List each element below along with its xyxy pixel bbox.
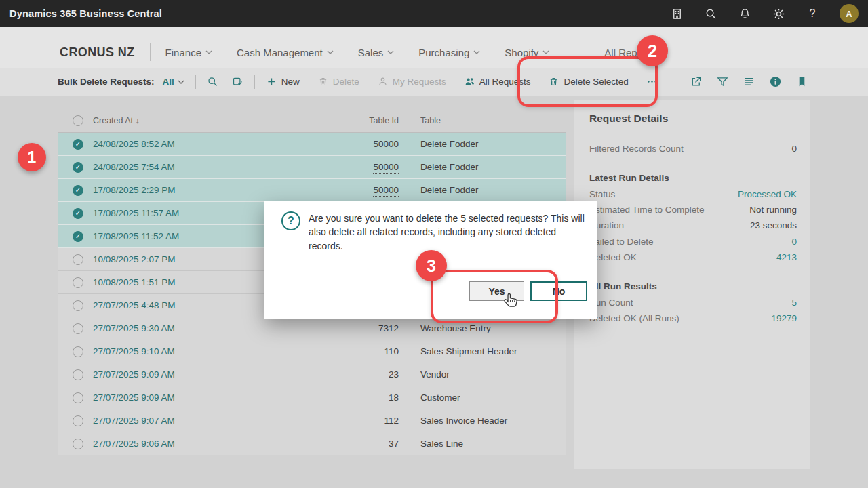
info-icon[interactable] [768,75,782,89]
table-id-cell[interactable]: 50000 [317,162,399,172]
question-icon: ? [281,211,300,230]
row-checkbox[interactable] [73,277,83,288]
field-label: Deleted OK (All Runs) [589,313,679,323]
table-name-cell: Delete Fodder [399,139,566,149]
table-name-cell: Customer [399,392,566,403]
table-row[interactable]: 27/07/2025 9:07 AM112Sales Invoice Heade… [58,409,566,432]
chevron-down-icon [178,80,184,84]
factbox-sections: Filtered Records Count0Latest Run Detail… [589,141,797,326]
column-table-id[interactable]: Table Id [317,116,399,125]
my-requests-button[interactable]: My Requests [377,76,446,87]
field-value[interactable]: 5 [791,298,797,308]
table-row[interactable]: 27/07/2025 9:09 AM23Vendor [58,363,566,386]
row-checkbox[interactable] [73,439,83,449]
table-id-cell[interactable]: 7312 [317,323,399,333]
row-checkbox[interactable] [73,346,83,357]
row-checkbox[interactable] [73,323,83,334]
nav-item-sales[interactable]: Sales [358,47,395,58]
list-view-icon[interactable] [742,75,755,89]
table-id-cell[interactable]: 110 [317,346,399,357]
company-name[interactable]: CRONUS NZ [60,45,135,60]
created-at-cell[interactable]: 24/08/2025 7:54 AM [93,162,317,172]
field-label: Filtered Records Count [589,144,684,154]
filter-icon[interactable] [715,75,729,89]
analyze-icon[interactable] [232,76,243,87]
table-row[interactable]: 27/07/2025 9:10 AM110Sales Shipment Head… [58,340,566,363]
row-checkbox[interactable]: ✓ [73,162,83,173]
table-id-cell[interactable]: 112 [317,415,399,426]
created-at-cell[interactable]: 27/07/2025 9:07 AM [93,415,317,426]
table-row[interactable]: ✓17/08/2025 2:29 PM50000Delete Fodder [58,179,566,202]
factbox-field: Deleted OK (All Runs)19279 [589,310,797,326]
nav-item-purchasing[interactable]: Purchasing [418,47,480,58]
row-checkbox[interactable] [73,300,83,311]
annotation-step-3: 3 [416,250,447,281]
created-at-cell[interactable]: 27/07/2025 9:10 AM [93,346,317,357]
action-bar: Bulk Delete Requests: All New Delete My … [0,68,868,96]
table-id-cell[interactable]: 23 [317,369,399,380]
factbox-field: Duration23 seconds [589,218,797,233]
created-at-cell[interactable]: 27/07/2025 9:30 AM [93,323,317,333]
bookmark-icon[interactable] [795,75,808,89]
table-id-cell[interactable]: 37 [317,439,399,449]
share-icon[interactable] [689,75,703,89]
view-filter-dropdown[interactable]: All [163,77,184,87]
field-value[interactable]: Processed OK [738,189,797,199]
table-row[interactable]: ✓24/08/2025 8:52 AM50000Delete Fodder [58,133,566,156]
settings-icon[interactable] [772,7,785,20]
row-checkbox[interactable]: ✓ [73,231,83,242]
nav-item-cash-management[interactable]: Cash Management [237,47,334,58]
row-checkbox[interactable]: ✓ [73,185,83,196]
table-name-cell: Sales Line [399,439,566,449]
divider [694,43,694,61]
row-checkbox[interactable]: ✓ [73,139,83,150]
table-id-cell[interactable]: 50000 [317,185,399,195]
table-id-cell[interactable]: 50000 [317,139,399,149]
page-title: Bulk Delete Requests: [58,77,155,87]
factbox-section-title: All Run Results [589,279,797,294]
table-id-cell[interactable]: 18 [317,392,399,403]
table-name-cell: Warehouse Entry [399,323,566,333]
created-at-cell[interactable]: 27/07/2025 9:09 AM [93,369,317,380]
search-list-icon[interactable] [207,76,218,87]
field-value[interactable]: 0 [791,237,797,247]
created-at-cell[interactable]: 17/08/2025 2:29 PM [93,185,317,195]
nav-item-finance[interactable]: Finance [165,47,212,58]
row-checkbox[interactable] [73,254,83,265]
row-checkbox[interactable] [73,369,83,380]
divider [254,75,255,89]
table-row[interactable]: 27/07/2025 9:06 AM37Sales Line [58,432,566,455]
annotation-box-delete-selected [517,56,658,107]
avatar[interactable]: A [840,4,859,23]
created-at-cell[interactable]: 24/08/2025 8:52 AM [93,139,317,149]
field-label: Estimated Time to Complete [589,205,705,215]
annotation-step-1: 1 [18,143,46,171]
new-button[interactable]: New [266,76,300,87]
field-value: 23 seconds [750,220,797,230]
field-value[interactable]: 19279 [771,313,797,323]
table-header-row: Created At ↓ Table Id Table [58,108,566,133]
delete-button[interactable]: Delete [317,76,359,87]
divider [195,75,196,89]
column-table[interactable]: Table [399,116,566,125]
factbox-field: Run Count5 [589,294,797,310]
company-switcher-icon[interactable] [670,7,684,20]
help-icon[interactable]: ? [806,7,819,20]
request-details-factbox: Request Details Filtered Records Count0L… [574,100,810,469]
table-row[interactable]: ✓24/08/2025 7:54 AM50000Delete Fodder [58,156,566,179]
column-created-at[interactable]: Created At ↓ [93,116,317,125]
select-all-checkbox[interactable] [73,115,83,126]
created-at-cell[interactable]: 27/07/2025 9:09 AM [93,392,317,403]
row-checkbox[interactable]: ✓ [73,208,83,219]
table-row[interactable]: 27/07/2025 9:09 AM18Customer [58,386,566,409]
chevron-down-icon [387,50,394,54]
row-checkbox[interactable] [73,392,83,403]
search-icon[interactable] [704,7,717,20]
row-checkbox[interactable] [73,415,83,426]
created-at-cell[interactable]: 27/07/2025 9:06 AM [93,439,317,449]
field-label: Status [589,189,615,199]
field-value[interactable]: 4213 [776,252,797,262]
factbox-section-title: Latest Run Details [589,170,797,186]
notifications-icon[interactable] [738,7,751,20]
table-name-cell: Sales Shipment Header [399,346,566,357]
